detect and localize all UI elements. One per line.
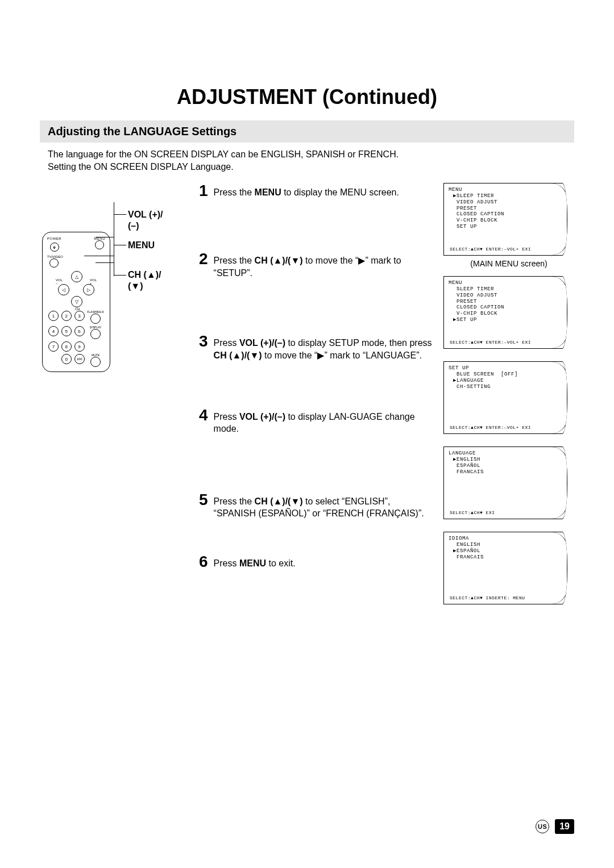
page-title: ADJUSTMENT (Continued): [40, 85, 574, 109]
page-footer: US 19: [536, 819, 574, 834]
step-number: 4: [199, 407, 208, 423]
key-7[interactable]: 7: [48, 341, 59, 352]
nav-pad: △ ▽ ◁ ▷ VOL– VOL+ CH: [58, 271, 94, 307]
key-8[interactable]: 8: [61, 341, 72, 352]
key-9[interactable]: 9: [74, 341, 85, 352]
key-1[interactable]: 1: [48, 311, 59, 321]
step-number: 6: [199, 554, 208, 570]
label-menu: MENU: [128, 240, 155, 251]
flashback-button[interactable]: [90, 314, 101, 324]
key-4[interactable]: 4: [48, 326, 59, 336]
vol-minus-label: VOL–: [56, 278, 63, 285]
vol-up-button[interactable]: ▷: [83, 284, 94, 295]
osd-screen-5: IDIOMA ENGLISH ▶ESPAÑOL FRANCAIS SELECT:…: [443, 532, 567, 604]
step-5: 5 Press the CH (▲)/(▼) to select “ENGLIS…: [199, 492, 432, 520]
vol-down-button[interactable]: ◁: [58, 284, 69, 295]
key-5[interactable]: 5: [61, 326, 72, 336]
tvvideo-label: TV/VIDEO: [47, 255, 105, 258]
tvvideo-button[interactable]: [49, 258, 59, 268]
osd-screen-1: MENU ▶SLEEP TIMER VIDEO ADJUST PRESET CL…: [443, 183, 567, 256]
ch-down-button[interactable]: ▽: [71, 296, 82, 307]
page-number: 19: [555, 819, 574, 834]
step-number: 1: [199, 183, 208, 199]
osd-title: MENU: [449, 187, 562, 193]
label-vol: VOL (+)/(–): [128, 209, 163, 232]
display-button[interactable]: [90, 329, 101, 339]
remote-diagram: VOL (+)/(–) MENU CH (▲)/(▼): [40, 183, 188, 433]
intro-text: The language for the ON SCREEN DISPLAY c…: [40, 148, 574, 173]
step-number: 5: [199, 492, 208, 508]
ch-label: CH: [75, 307, 80, 311]
osd-screen-4: LANGUAGE ▶ENGLISH ESPAÑOL FRANCAIS SELEC…: [443, 446, 567, 519]
osd-screen-3: SET UP BLUE SCREEN [OFF] ▶LANGUAGE CH-SE…: [443, 361, 567, 434]
label-ch: CH (▲)/(▼): [128, 269, 161, 292]
osd-screen-2: MENU SLEEP TIMER VIDEO ADJUST PRESET CLO…: [443, 276, 567, 349]
power-label: POWER: [47, 237, 61, 240]
step-number: 3: [199, 333, 208, 349]
step-2: 2 Press the CH (▲)/(▼) to move the “▶” m…: [199, 251, 432, 279]
mute-button[interactable]: [90, 357, 101, 367]
display-label: DISPLAY: [87, 326, 104, 329]
number-pad: 1 2 3 FLASHBACK 4 5 6 DISPLAY 7 8 9 0: [47, 311, 105, 367]
step-1: 1 Press the MENU to display the MENU scr…: [199, 183, 432, 199]
intro-line-1: The language for the ON SCREEN DISPLAY c…: [48, 149, 399, 159]
vol-plus-label: VOL+: [90, 278, 97, 285]
key-2[interactable]: 2: [61, 311, 72, 321]
section-title: Adjusting the LANGUAGE Settings: [40, 120, 574, 143]
intro-line-2: Setting the ON SCREEN DISPLAY Language.: [48, 162, 234, 172]
osd-footer: SELECT:▲CH▼ ENTER:–VOL+ EXI: [450, 247, 567, 252]
osd-caption: (MAIN MENU screen): [443, 259, 574, 268]
key-6[interactable]: 6: [74, 326, 85, 336]
step-6: 6 Press MENU to exit.: [199, 554, 432, 570]
key-3[interactable]: 3: [74, 311, 85, 321]
region-badge: US: [536, 820, 549, 833]
step-number: 2: [199, 251, 208, 267]
ch-up-button[interactable]: △: [71, 271, 82, 282]
key-0[interactable]: 0: [61, 354, 72, 364]
step-3: 3 Press VOL (+)/(–) to display SETUP mod…: [199, 333, 432, 361]
step-4: 4 Press VOL (+)/(–) to display LAN-GUAGE…: [199, 407, 432, 435]
power-button[interactable]: ⏻: [50, 243, 59, 252]
mute-label: MUTE: [87, 354, 104, 357]
menu-button[interactable]: [95, 240, 104, 249]
flashback-label: FLASHBACK: [87, 311, 104, 314]
key-100[interactable]: 100: [74, 354, 85, 364]
